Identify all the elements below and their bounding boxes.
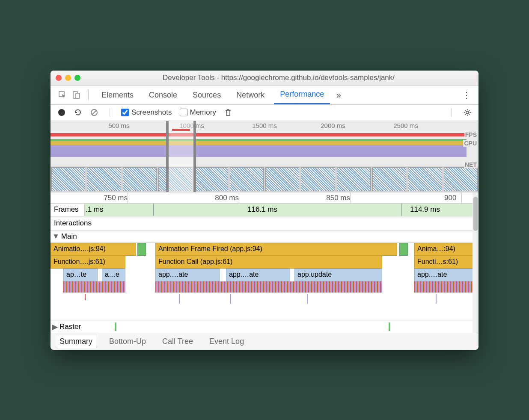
maximize-icon[interactable] (74, 75, 80, 81)
frame-duration: 114.9 ms (410, 205, 440, 214)
expand-icon[interactable]: ▶ (52, 322, 58, 331)
close-icon[interactable] (56, 75, 62, 81)
bottom-tabs: Summary Bottom-Up Call Tree Event Log (51, 333, 478, 350)
device-toggle-icon[interactable] (71, 90, 81, 100)
flame-event[interactable]: app.…ate (226, 269, 290, 281)
reload-button[interactable] (74, 108, 82, 117)
memory-checkbox[interactable]: Memory (180, 108, 216, 117)
scrollbar[interactable] (473, 192, 478, 333)
tab-sources[interactable]: Sources (187, 86, 227, 104)
screenshot-thumb[interactable] (444, 167, 478, 191)
raster-label: Raster (59, 322, 81, 331)
titlebar: Developer Tools - https://googlechrome.g… (51, 71, 478, 86)
svg-rect-2 (76, 93, 80, 98)
frame-duration: .1 ms (86, 205, 104, 214)
raster-row[interactable]: ▶ Raster (51, 321, 478, 333)
flame-event[interactable] (137, 243, 146, 256)
screenshot-thumb[interactable] (265, 167, 299, 191)
overview-viewport-handle[interactable] (166, 121, 196, 192)
window-title: Developer Tools - https://googlechrome.g… (84, 74, 473, 82)
separator (88, 89, 89, 101)
flame-event[interactable] (399, 243, 408, 256)
fps-lane: FPS (51, 130, 478, 139)
screenshots-strip (51, 166, 478, 192)
record-button[interactable] (57, 108, 66, 117)
tab-eventlog[interactable]: Event Log (205, 335, 248, 348)
separator (110, 108, 110, 117)
kebab-menu-icon[interactable]: ⋮ (461, 90, 472, 100)
tab-bottomup[interactable]: Bottom-Up (105, 335, 150, 348)
main-label: Main (61, 232, 77, 241)
tab-calltree[interactable]: Call Tree (158, 335, 197, 348)
flame-tick (230, 294, 231, 304)
flame-tick (307, 294, 308, 304)
screenshot-thumb[interactable] (337, 167, 371, 191)
ruler-tick: 2500 ms (393, 122, 418, 129)
detail-ruler[interactable]: 750 ms 800 ms 850 ms 900 ms (51, 192, 478, 204)
tab-console[interactable]: Console (143, 86, 183, 104)
screenshot-thumb[interactable] (123, 167, 157, 191)
flame-chart[interactable]: Animatio….js:94) Animation Frame Fired (… (51, 243, 478, 333)
frames-label: Frames (51, 204, 85, 216)
screenshot-thumb[interactable] (87, 167, 121, 191)
flame-event[interactable]: app.update (294, 269, 382, 281)
net-label: NET (464, 161, 478, 168)
minimize-icon[interactable] (65, 75, 71, 81)
svg-point-5 (466, 111, 469, 114)
fps-label: FPS (464, 131, 478, 138)
inspect-icon[interactable] (57, 90, 68, 100)
expand-icon[interactable]: ▼ (52, 232, 59, 241)
overview-ruler[interactable]: 500 ms 1000 ms 1500 ms 2000 ms 2500 ms (51, 121, 478, 130)
settings-icon[interactable] (463, 108, 472, 117)
screenshot-thumb[interactable] (194, 167, 228, 191)
screenshot-thumb[interactable] (51, 167, 85, 191)
cpu-lane: CPU (51, 139, 478, 160)
svg-line-4 (92, 110, 96, 115)
separator (452, 108, 452, 117)
overview-pane[interactable]: 500 ms 1000 ms 1500 ms 2000 ms 2500 ms F… (51, 121, 478, 192)
flame-event[interactable]: Function Call (app.js:61) (155, 256, 382, 269)
flame-event[interactable]: Function….js:61) (51, 256, 125, 269)
flame-event[interactable]: app.…ate (155, 269, 220, 281)
interactions-label: Interactions (54, 219, 92, 228)
interactions-row[interactable]: Interactions (51, 216, 478, 231)
clear-button[interactable] (90, 108, 98, 117)
flame-micro[interactable] (414, 281, 478, 293)
trash-icon[interactable] (224, 108, 232, 117)
ruler-tick: 800 ms (215, 194, 239, 202)
flame-event[interactable]: Anima…:94) (414, 243, 478, 256)
screenshot-thumb[interactable] (230, 167, 264, 191)
flame-event[interactable]: Functi…s:61) (414, 256, 478, 269)
ruler-tick: 1500 ms (252, 122, 277, 129)
flame-event[interactable]: Animation Frame Fired (app.js:94) (155, 243, 397, 256)
frames-row[interactable]: Frames .1 ms 116.1 ms 114.9 ms (51, 204, 478, 216)
scrollbar-thumb[interactable] (473, 197, 478, 231)
tab-elements[interactable]: Elements (95, 86, 140, 104)
screenshots-checkbox[interactable]: Screenshots (121, 108, 172, 117)
more-tabs-icon[interactable]: » (333, 90, 344, 100)
flame-event[interactable]: a…e (102, 269, 125, 281)
ruler-tick: 500 ms (108, 122, 129, 129)
screenshot-thumb[interactable] (301, 167, 335, 191)
flame-micro[interactable] (63, 281, 125, 293)
tab-summary[interactable]: Summary (55, 335, 97, 348)
flame-event[interactable]: Animatio….js:94) (51, 243, 136, 256)
ruler-tick: 2000 ms (321, 122, 345, 129)
panel-tabs: Elements Console Sources Network Perform… (51, 86, 478, 105)
raster-event[interactable] (115, 322, 116, 331)
detail-pane[interactable]: 750 ms 800 ms 850 ms 900 ms Frames .1 ms… (51, 192, 478, 333)
screenshot-thumb[interactable] (372, 167, 406, 191)
flame-tick (85, 294, 86, 300)
net-lane: NET (51, 160, 478, 166)
screenshot-thumb[interactable] (408, 167, 442, 191)
flame-micro[interactable] (155, 281, 382, 293)
main-thread-header[interactable]: ▼ Main (51, 231, 478, 243)
tab-performance[interactable]: Performance (274, 86, 330, 104)
ruler-tick: 850 ms (326, 194, 350, 202)
flame-event[interactable]: ap…te (63, 269, 98, 281)
memory-label: Memory (190, 108, 216, 117)
flame-event[interactable]: app.…ate (414, 269, 478, 281)
tab-network[interactable]: Network (230, 86, 270, 104)
raster-event[interactable] (389, 322, 390, 331)
perf-toolbar: Screenshots Memory (51, 105, 478, 121)
